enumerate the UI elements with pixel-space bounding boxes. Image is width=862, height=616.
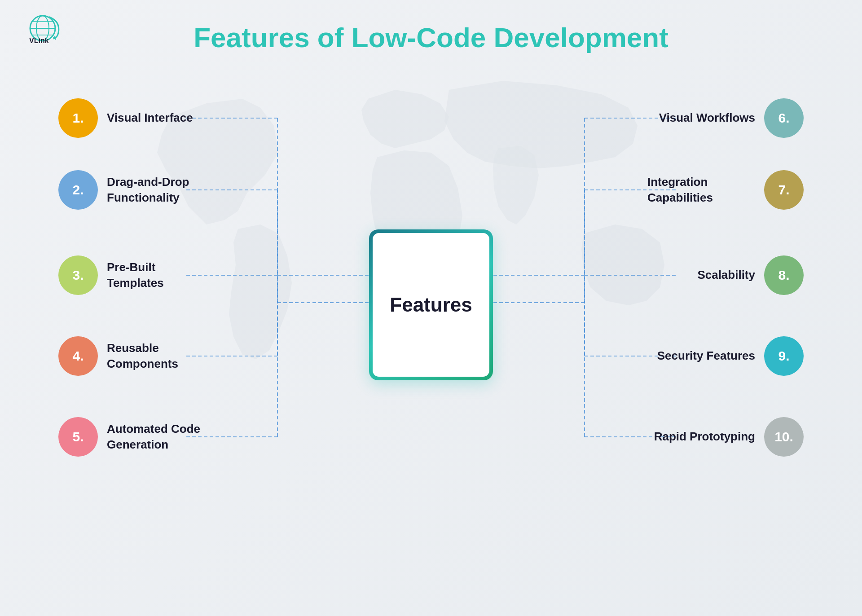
number-4: 4.: [72, 348, 84, 364]
circle-4: 4.: [58, 336, 98, 376]
circle-6: 6.: [764, 98, 804, 138]
label-4: Reusable Components: [107, 340, 215, 372]
header: Features of Low-Code Development: [194, 0, 668, 80]
circle-5: 5.: [58, 417, 98, 457]
svg-text:VLink: VLink: [29, 37, 49, 44]
circle-10: 10.: [764, 417, 804, 457]
feature-item-2: 2. Drag-and-Drop Functionality: [58, 170, 215, 210]
center-box: Features: [369, 229, 493, 380]
number-8: 8.: [778, 268, 789, 283]
circle-3: 3.: [58, 255, 98, 295]
feature-item-6: 6. Visual Workflows: [659, 98, 804, 138]
page-title: Features of Low-Code Development: [194, 22, 668, 53]
label-9: Security Features: [657, 348, 755, 364]
circle-1: 1.: [58, 98, 98, 138]
label-6: Visual Workflows: [659, 110, 755, 126]
label-3: Pre-Built Templates: [107, 260, 215, 291]
number-6: 6.: [778, 110, 789, 126]
page: VLink Features of Low-Code Development: [0, 0, 862, 616]
svg-line-16: [277, 118, 369, 303]
circle-9: 9.: [764, 336, 804, 376]
label-2: Drag-and-Drop Functionality: [107, 174, 215, 206]
center-label: Features: [390, 294, 472, 316]
number-1: 1.: [72, 110, 84, 126]
label-1: Visual Interface: [107, 110, 193, 126]
number-2: 2.: [72, 182, 84, 198]
label-10: Rapid Prototyping: [654, 429, 755, 444]
content-area: Features 1. Visual Interface 2. Drag-and…: [49, 80, 813, 529]
logo: VLink: [27, 13, 67, 44]
number-9: 9.: [778, 348, 789, 364]
feature-item-1: 1. Visual Interface: [58, 98, 193, 138]
feature-item-7: 7. Integration Capabilities: [647, 170, 804, 210]
label-5: Automated Code Generation: [107, 421, 215, 453]
feature-item-3: 3. Pre-Built Templates: [58, 255, 215, 295]
label-7: Integration Capabilities: [647, 174, 755, 206]
circle-2: 2.: [58, 170, 98, 210]
circle-7: 7.: [764, 170, 804, 210]
center-box-inner: Features: [373, 233, 489, 377]
number-5: 5.: [72, 429, 84, 444]
feature-item-8: 8. Scalability: [697, 255, 804, 295]
number-3: 3.: [72, 268, 84, 283]
number-7: 7.: [778, 182, 789, 198]
number-10: 10.: [774, 429, 793, 444]
circle-8: 8.: [764, 255, 804, 295]
label-8: Scalability: [697, 267, 755, 283]
feature-item-9: 9. Security Features: [657, 336, 804, 376]
feature-item-10: 10. Rapid Prototyping: [654, 417, 804, 457]
feature-item-5: 5. Automated Code Generation: [58, 417, 215, 457]
feature-item-4: 4. Reusable Components: [58, 336, 215, 376]
